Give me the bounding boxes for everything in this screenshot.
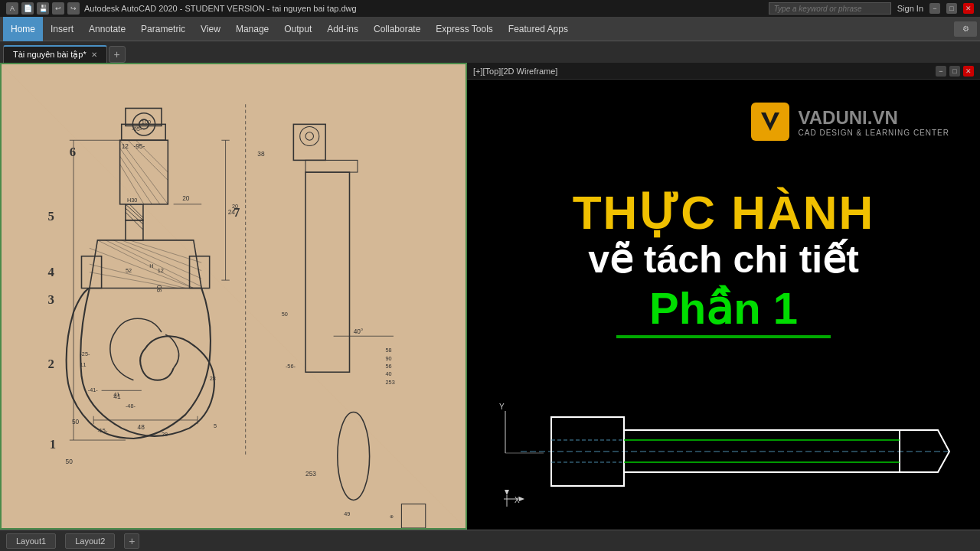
svg-text:48: 48: [138, 423, 145, 431]
svg-text:H30: H30: [127, 197, 137, 204]
tab-label: Tài nguyên bài tập*: [13, 50, 87, 60]
svg-text:50: 50: [66, 458, 74, 465]
menu-item-addins[interactable]: Add-ins: [319, 17, 366, 41]
svg-text:X: X: [514, 496, 520, 504]
svg-text:5: 5: [214, 422, 217, 429]
add-layout-button[interactable]: +: [124, 533, 139, 549]
title-underline: [616, 335, 831, 338]
svg-text:56: 56: [386, 363, 392, 370]
drawing-area: 1 2 3 4 5 6 7 50 12 -95-: [2, 64, 466, 528]
vaduni-logo: VADUNI.VN CAD DESIGN & LEARNING CENTER: [751, 103, 949, 141]
layout1-tab[interactable]: Layout1: [6, 533, 56, 549]
restore-button[interactable]: □: [946, 3, 957, 14]
menu-item-featured-apps[interactable]: Featured Apps: [501, 17, 576, 41]
vaduni-brand: VADUNI.VN: [799, 107, 949, 129]
svg-text:20: 20: [232, 203, 238, 210]
tab-bar: Tài nguyên bài tập* ✕ +: [0, 41, 980, 63]
svg-text:-41-: -41-: [88, 386, 99, 393]
svg-text:253: 253: [305, 470, 316, 478]
title-right: Sign In − □ ✕: [769, 2, 974, 15]
save-icon[interactable]: 💾: [37, 2, 49, 15]
svg-text:Y: Y: [499, 403, 505, 411]
menu-item-manage[interactable]: Manage: [228, 17, 276, 41]
svg-text:3: 3: [48, 292, 54, 307]
right-panel-toolbar: [+][Top][2D Wireframe] − □ ✕: [467, 63, 980, 80]
svg-text:2: 2: [48, 357, 54, 371]
sign-in-label[interactable]: Sign In: [897, 4, 923, 13]
undo-icon[interactable]: ↩: [52, 2, 64, 15]
svg-text:52: 52: [126, 267, 132, 274]
menu-bar: Home Insert Annotate Parametric View Man…: [0, 17, 980, 41]
title-bar: A 📄 💾 ↩ ↪ Autodesk AutoCAD 2020 - STUDEN…: [0, 0, 980, 17]
file-icon[interactable]: 📄: [21, 2, 34, 15]
menu-item-home[interactable]: Home: [3, 17, 43, 41]
svg-text:5: 5: [48, 209, 54, 223]
tutorial-content: VADUNI.VN CAD DESIGN & LEARNING CENTER T…: [467, 80, 980, 530]
menu-item-express-tools[interactable]: Express Tools: [428, 17, 500, 41]
svg-text:38: 38: [257, 150, 265, 158]
workspace-button[interactable]: ⚙: [954, 21, 977, 37]
tutorial-line2: vẽ tách chi tiết: [573, 239, 875, 281]
svg-text:-95-: -95-: [133, 142, 145, 150]
status-bar: Layout1 Layout2 +: [0, 530, 980, 551]
menu-item-output[interactable]: Output: [276, 17, 319, 41]
svg-text:90: 90: [155, 285, 163, 292]
app-title: Autodesk AutoCAD 2020 - STUDENT VERSION …: [84, 4, 357, 13]
menu-item-view[interactable]: View: [193, 17, 228, 41]
svg-text:28: 28: [210, 375, 216, 382]
svg-rect-94: [755, 106, 786, 137]
layout2-tab[interactable]: Layout2: [65, 533, 115, 549]
svg-text:4: 4: [48, 265, 55, 279]
main-content: 1 2 3 4 5 6 7 50 12 -95-: [0, 63, 980, 530]
svg-text:50: 50: [72, 418, 80, 425]
minimize-button[interactable]: −: [929, 3, 940, 14]
svg-text:-95-: -95-: [132, 126, 142, 132]
menu-item-insert[interactable]: Insert: [43, 17, 81, 41]
menu-item-parametric[interactable]: Parametric: [133, 17, 193, 41]
svg-text:100: 100: [142, 119, 151, 126]
panel-buttons: − □ ✕: [936, 66, 974, 77]
svg-text:H: H: [149, 262, 153, 269]
view-label: [+][Top][2D Wireframe]: [473, 67, 557, 76]
svg-text:40°: 40°: [354, 328, 364, 335]
tutorial-line3: Phần 1: [573, 284, 875, 333]
svg-text:6: 6: [70, 145, 76, 159]
svg-text:12: 12: [158, 267, 164, 274]
app-icons: A 📄 💾 ↩ ↪: [6, 2, 80, 15]
restore-panel-button[interactable]: □: [949, 66, 960, 77]
minimize-panel-button[interactable]: −: [936, 66, 946, 77]
svg-rect-95: [482, 388, 965, 518]
svg-text:12: 12: [122, 142, 129, 150]
technical-drawing-svg: 1 2 3 4 5 6 7 50 12 -95-: [2, 64, 466, 528]
svg-text:⊕: ⊕: [390, 514, 394, 519]
svg-text:40: 40: [386, 370, 392, 377]
menu-item-collaborate[interactable]: Collaborate: [366, 17, 428, 41]
vaduni-subtitle: CAD DESIGN & LEARNING CENTER: [799, 129, 949, 137]
right-panel: [+][Top][2D Wireframe] − □ ✕ VADUN: [467, 63, 980, 530]
title-left: A 📄 💾 ↩ ↪ Autodesk AutoCAD 2020 - STUDEN…: [6, 2, 357, 15]
tutorial-title: THỰC HÀNH vẽ tách chi tiết Phần 1: [573, 187, 875, 339]
search-input[interactable]: [769, 2, 891, 15]
svg-text:11: 11: [80, 361, 86, 368]
left-panel: 1 2 3 4 5 6 7 50 12 -95-: [0, 63, 467, 530]
svg-text:41: 41: [113, 391, 119, 398]
cad-bolt-drawing: Y: [482, 384, 965, 522]
close-panel-button[interactable]: ✕: [963, 66, 974, 77]
menu-item-annotate[interactable]: Annotate: [81, 17, 133, 41]
tab-close-icon[interactable]: ✕: [91, 51, 97, 59]
svg-text:-56-: -56-: [286, 363, 296, 370]
close-button[interactable]: ✕: [963, 3, 974, 14]
svg-text:20: 20: [182, 194, 190, 202]
redo-icon[interactable]: ↪: [67, 2, 80, 15]
tab-drawing[interactable]: Tài nguyên bài tập* ✕: [3, 45, 107, 63]
vaduni-icon: [751, 103, 789, 141]
tutorial-line1: THỰC HÀNH: [573, 187, 875, 239]
svg-text:-25-: -25-: [80, 350, 90, 357]
svg-text:50: 50: [282, 311, 288, 318]
svg-text:-48-: -48-: [126, 403, 136, 409]
svg-text:253: 253: [386, 379, 395, 386]
svg-text:1: 1: [50, 437, 56, 452]
svg-text:90: 90: [386, 355, 392, 362]
tab-add-button[interactable]: +: [109, 46, 126, 63]
svg-text:58: 58: [386, 347, 392, 354]
